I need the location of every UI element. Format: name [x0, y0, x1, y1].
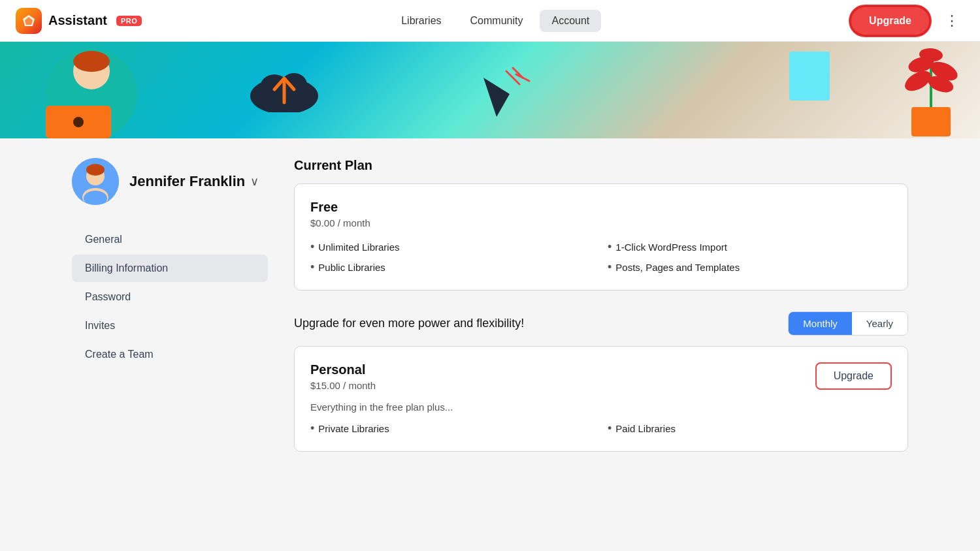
personal-plan-name: Personal	[310, 362, 376, 377]
hero-person	[33, 42, 150, 138]
hero-plant	[875, 42, 980, 138]
personal-feature-1: • Paid Libraries	[608, 422, 892, 435]
personal-plan-info: Personal $15.00 / month	[310, 362, 376, 391]
plan-features: • Unlimited Libraries • 1-Click WordPres…	[310, 240, 892, 274]
hero-banner	[0, 42, 980, 138]
nav-libraries[interactable]: Libraries	[389, 10, 453, 32]
monthly-toggle-button[interactable]: Monthly	[789, 312, 852, 335]
sidebar-item-billing[interactable]: Billing Information	[72, 255, 268, 282]
personal-plan-header: Personal $15.00 / month Upgrade	[310, 362, 892, 391]
app-name: Assistant	[48, 13, 107, 28]
bullet-icon: •	[310, 422, 314, 435]
sidebar: Jennifer Franklin ∨ General Billing Info…	[72, 158, 294, 452]
personal-plan-price: $15.00 / month	[310, 380, 376, 391]
svg-point-24	[86, 164, 105, 176]
svg-line-14	[516, 74, 529, 81]
personal-feature-0: • Private Libraries	[310, 422, 595, 435]
kebab-menu-button[interactable]: ⋮	[939, 10, 964, 32]
user-name: Jennifer Franklin	[129, 173, 245, 190]
user-name-row: Jennifer Franklin ∨	[129, 173, 259, 190]
nav-center: Libraries Community Account	[389, 10, 601, 32]
plan-feature-1: • 1-Click WordPress Import	[608, 240, 892, 254]
plan-feature-2: • Public Libraries	[310, 260, 595, 274]
plan-price: $0.00 / month	[310, 217, 892, 228]
yearly-toggle-button[interactable]: Yearly	[852, 312, 907, 335]
bullet-icon: •	[608, 260, 612, 274]
svg-marker-11	[483, 78, 510, 117]
sidebar-nav: General Billing Information Password Inv…	[72, 226, 268, 368]
current-plan-card: Free $0.00 / month • Unlimited Libraries…	[294, 183, 908, 291]
svg-point-4	[73, 51, 110, 72]
hero-arrows	[457, 65, 536, 126]
plan-name: Free	[310, 200, 892, 215]
hero-cloud-upload	[248, 60, 320, 115]
billing-toggle: Monthly Yearly	[788, 311, 908, 336]
user-profile: Jennifer Franklin ∨	[72, 158, 268, 205]
everything-text: Everything in the free plan plus...	[310, 401, 892, 413]
avatar	[72, 158, 119, 205]
sidebar-item-invites[interactable]: Invites	[72, 312, 268, 339]
sidebar-item-create-team[interactable]: Create a Team	[72, 341, 268, 368]
upgrade-personal-button[interactable]: Upgrade	[815, 362, 892, 390]
current-plan-title: Current Plan	[294, 158, 908, 173]
svg-point-6	[73, 117, 84, 127]
personal-plan-card: Personal $15.00 / month Upgrade Everythi…	[294, 346, 908, 452]
hero-cyan-rect	[789, 52, 830, 101]
plan-feature-3: • Posts, Pages and Templates	[608, 260, 892, 274]
pro-badge: PRO	[116, 16, 142, 26]
bullet-icon: •	[310, 260, 314, 274]
nav-left: Assistant PRO	[16, 8, 142, 34]
navbar: Assistant PRO Libraries Community Accoun…	[0, 0, 980, 42]
chevron-down-icon[interactable]: ∨	[250, 174, 259, 189]
personal-plan-features: • Private Libraries • Paid Libraries	[310, 422, 892, 435]
plan-feature-0: • Unlimited Libraries	[310, 240, 595, 254]
upgrade-tagline: Upgrade for even more power and flexibil…	[294, 317, 524, 330]
account-content: Current Plan Free $0.00 / month • Unlimi…	[294, 158, 908, 452]
nav-community[interactable]: Community	[459, 10, 535, 32]
upgrade-button-wrapper: Upgrade	[849, 5, 932, 37]
sidebar-item-password[interactable]: Password	[72, 283, 268, 311]
bullet-icon: •	[608, 240, 612, 254]
upgrade-section-header: Upgrade for even more power and flexibil…	[294, 311, 908, 336]
upgrade-button-nav[interactable]: Upgrade	[851, 7, 929, 35]
bullet-icon: •	[310, 240, 314, 254]
nav-right: Upgrade ⋮	[849, 5, 964, 37]
bullet-icon: •	[608, 422, 612, 435]
main-content: Jennifer Franklin ∨ General Billing Info…	[33, 138, 947, 471]
app-logo-icon	[16, 8, 42, 34]
svg-rect-15	[911, 107, 951, 136]
nav-account[interactable]: Account	[540, 10, 601, 32]
sidebar-item-general[interactable]: General	[72, 226, 268, 253]
